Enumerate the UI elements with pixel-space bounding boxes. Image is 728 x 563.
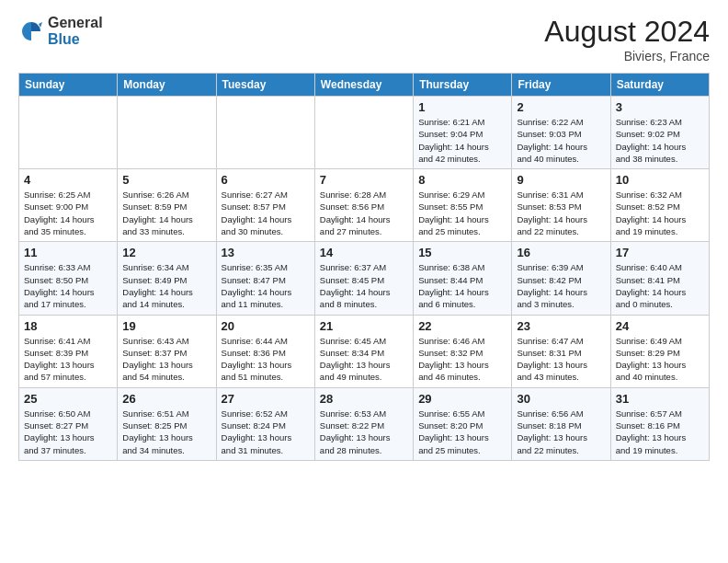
day-number: 8: [418, 173, 506, 187]
day-info: Sunrise: 6:32 AM Sunset: 8:52 PM Dayligh…: [616, 189, 704, 237]
day-info: Sunrise: 6:35 AM Sunset: 8:47 PM Dayligh…: [222, 261, 310, 310]
logo: General Blue: [18, 15, 103, 47]
cell-w2-d1: 4Sunrise: 6:25 AM Sunset: 9:00 PM Daylig…: [19, 169, 118, 242]
col-thursday: Thursday: [414, 74, 512, 97]
day-info: Sunrise: 6:51 AM Sunset: 8:25 PM Dayligh…: [122, 408, 210, 456]
day-info: Sunrise: 6:23 AM Sunset: 9:02 PM Dayligh…: [616, 116, 704, 165]
cell-w2-d4: 7Sunrise: 6:28 AM Sunset: 8:56 PM Daylig…: [314, 169, 413, 242]
day-number: 25: [24, 392, 112, 406]
cell-w4-d4: 21Sunrise: 6:45 AM Sunset: 8:34 PM Dayli…: [314, 315, 413, 387]
day-number: 7: [320, 173, 408, 187]
week-row-3: 11Sunrise: 6:33 AM Sunset: 8:50 PM Dayli…: [19, 242, 710, 315]
day-number: 17: [616, 246, 704, 259]
cell-w1-d6: 2Sunrise: 6:22 AM Sunset: 9:03 PM Daylig…: [512, 97, 610, 169]
cell-w2-d5: 8Sunrise: 6:29 AM Sunset: 8:55 PM Daylig…: [414, 169, 512, 242]
day-number: 1: [418, 100, 506, 114]
cell-w1-d4: [314, 97, 413, 169]
day-info: Sunrise: 6:53 AM Sunset: 8:22 PM Dayligh…: [320, 408, 408, 456]
week-row-5: 25Sunrise: 6:50 AM Sunset: 8:27 PM Dayli…: [19, 387, 710, 460]
day-info: Sunrise: 6:52 AM Sunset: 8:24 PM Dayligh…: [222, 408, 310, 456]
day-number: 22: [418, 319, 506, 333]
cell-w4-d2: 19Sunrise: 6:43 AM Sunset: 8:37 PM Dayli…: [118, 315, 216, 387]
cell-w5-d7: 31Sunrise: 6:57 AM Sunset: 8:16 PM Dayli…: [610, 387, 709, 460]
day-info: Sunrise: 6:50 AM Sunset: 8:27 PM Dayligh…: [24, 408, 112, 456]
cell-w3-d3: 13Sunrise: 6:35 AM Sunset: 8:47 PM Dayli…: [216, 242, 314, 315]
cell-w1-d2: [118, 97, 216, 169]
logo-general: General: [48, 15, 103, 30]
day-info: Sunrise: 6:22 AM Sunset: 9:03 PM Dayligh…: [517, 116, 605, 165]
day-info: Sunrise: 6:25 AM Sunset: 9:00 PM Dayligh…: [24, 189, 112, 237]
cell-w5-d1: 25Sunrise: 6:50 AM Sunset: 8:27 PM Dayli…: [19, 387, 118, 460]
week-row-2: 4Sunrise: 6:25 AM Sunset: 9:00 PM Daylig…: [19, 169, 710, 242]
cell-w5-d5: 29Sunrise: 6:55 AM Sunset: 8:20 PM Dayli…: [414, 387, 512, 460]
cell-w1-d1: [19, 97, 118, 169]
day-number: 11: [24, 246, 112, 259]
day-number: 15: [418, 246, 506, 259]
day-info: Sunrise: 6:57 AM Sunset: 8:16 PM Dayligh…: [616, 408, 704, 456]
day-info: Sunrise: 6:39 AM Sunset: 8:42 PM Dayligh…: [517, 261, 605, 310]
day-info: Sunrise: 6:27 AM Sunset: 8:57 PM Dayligh…: [222, 189, 310, 237]
calendar-body: 1Sunrise: 6:21 AM Sunset: 9:04 PM Daylig…: [19, 97, 710, 461]
day-number: 21: [320, 319, 408, 333]
col-sunday: Sunday: [19, 74, 118, 97]
day-number: 2: [517, 100, 605, 114]
day-info: Sunrise: 6:43 AM Sunset: 8:37 PM Dayligh…: [122, 335, 210, 384]
day-info: Sunrise: 6:44 AM Sunset: 8:36 PM Dayligh…: [222, 335, 310, 384]
cell-w1-d5: 1Sunrise: 6:21 AM Sunset: 9:04 PM Daylig…: [414, 97, 512, 169]
day-info: Sunrise: 6:49 AM Sunset: 8:29 PM Dayligh…: [616, 335, 704, 384]
day-number: 31: [616, 392, 704, 406]
cell-w3-d1: 11Sunrise: 6:33 AM Sunset: 8:50 PM Dayli…: [19, 242, 118, 315]
logo-text: General Blue: [48, 15, 103, 47]
cell-w2-d3: 6Sunrise: 6:27 AM Sunset: 8:57 PM Daylig…: [216, 169, 314, 242]
cell-w2-d7: 10Sunrise: 6:32 AM Sunset: 8:52 PM Dayli…: [610, 169, 709, 242]
day-info: Sunrise: 6:56 AM Sunset: 8:18 PM Dayligh…: [517, 408, 605, 456]
cell-w1-d3: [216, 97, 314, 169]
day-info: Sunrise: 6:26 AM Sunset: 8:59 PM Dayligh…: [122, 189, 210, 237]
day-number: 24: [616, 319, 704, 333]
day-info: Sunrise: 6:38 AM Sunset: 8:44 PM Dayligh…: [418, 261, 506, 310]
day-number: 14: [320, 246, 408, 259]
day-info: Sunrise: 6:55 AM Sunset: 8:20 PM Dayligh…: [418, 408, 506, 456]
col-saturday: Saturday: [610, 74, 709, 97]
logo-blue: Blue: [48, 31, 80, 47]
day-number: 4: [24, 173, 112, 187]
day-number: 29: [418, 392, 506, 406]
cell-w2-d2: 5Sunrise: 6:26 AM Sunset: 8:59 PM Daylig…: [118, 169, 216, 242]
day-info: Sunrise: 6:45 AM Sunset: 8:34 PM Dayligh…: [320, 335, 408, 384]
day-number: 27: [222, 392, 310, 406]
page: General Blue August 2024 Biviers, France…: [0, 0, 728, 563]
logo-icon: [18, 18, 44, 44]
title-block: August 2024 Biviers, France: [544, 15, 710, 63]
calendar-header: Sunday Monday Tuesday Wednesday Thursday…: [19, 74, 710, 97]
day-number: 9: [517, 173, 605, 187]
day-number: 19: [122, 319, 210, 333]
header-row: Sunday Monday Tuesday Wednesday Thursday…: [19, 74, 710, 97]
cell-w1-d7: 3Sunrise: 6:23 AM Sunset: 9:02 PM Daylig…: [610, 97, 709, 169]
cell-w5-d2: 26Sunrise: 6:51 AM Sunset: 8:25 PM Dayli…: [118, 387, 216, 460]
day-number: 18: [24, 319, 112, 333]
day-number: 12: [122, 246, 210, 259]
col-tuesday: Tuesday: [216, 74, 314, 97]
day-number: 10: [616, 173, 704, 187]
day-info: Sunrise: 6:40 AM Sunset: 8:41 PM Dayligh…: [616, 261, 704, 310]
day-info: Sunrise: 6:33 AM Sunset: 8:50 PM Dayligh…: [24, 261, 112, 310]
week-row-1: 1Sunrise: 6:21 AM Sunset: 9:04 PM Daylig…: [19, 97, 710, 169]
cell-w5-d4: 28Sunrise: 6:53 AM Sunset: 8:22 PM Dayli…: [314, 387, 413, 460]
col-monday: Monday: [118, 74, 216, 97]
header: General Blue August 2024 Biviers, France: [18, 15, 710, 63]
day-info: Sunrise: 6:37 AM Sunset: 8:45 PM Dayligh…: [320, 261, 408, 310]
day-info: Sunrise: 6:21 AM Sunset: 9:04 PM Dayligh…: [418, 116, 506, 165]
cell-w4-d5: 22Sunrise: 6:46 AM Sunset: 8:32 PM Dayli…: [414, 315, 512, 387]
day-number: 30: [517, 392, 605, 406]
cell-w3-d2: 12Sunrise: 6:34 AM Sunset: 8:49 PM Dayli…: [118, 242, 216, 315]
day-info: Sunrise: 6:46 AM Sunset: 8:32 PM Dayligh…: [418, 335, 506, 384]
cell-w3-d4: 14Sunrise: 6:37 AM Sunset: 8:45 PM Dayli…: [314, 242, 413, 315]
cell-w4-d1: 18Sunrise: 6:41 AM Sunset: 8:39 PM Dayli…: [19, 315, 118, 387]
day-number: 16: [517, 246, 605, 259]
location: Biviers, France: [544, 49, 710, 63]
col-friday: Friday: [512, 74, 610, 97]
cell-w4-d7: 24Sunrise: 6:49 AM Sunset: 8:29 PM Dayli…: [610, 315, 709, 387]
day-number: 20: [222, 319, 310, 333]
month-year: August 2024: [544, 15, 710, 49]
cell-w3-d6: 16Sunrise: 6:39 AM Sunset: 8:42 PM Dayli…: [512, 242, 610, 315]
